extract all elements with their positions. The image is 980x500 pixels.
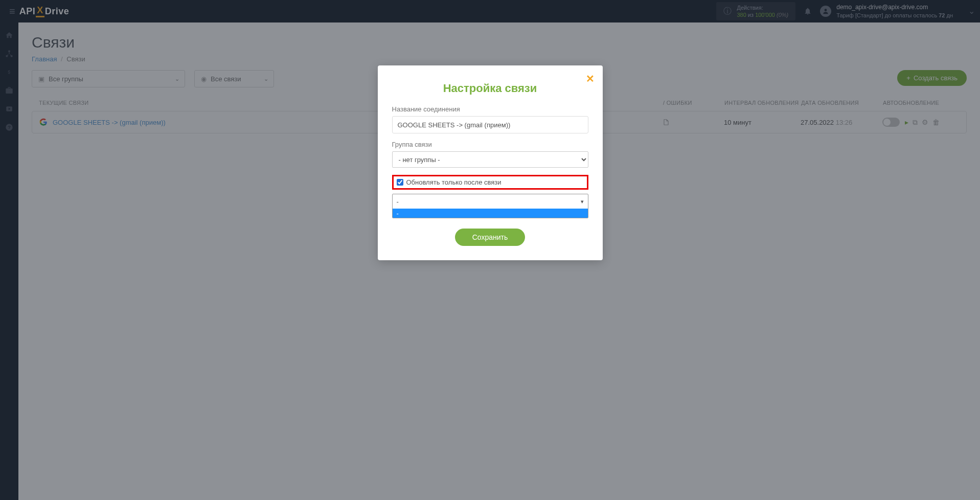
modal-overlay[interactable]: ✕ Настройка связи Название соединения Гр… [0, 0, 980, 22]
